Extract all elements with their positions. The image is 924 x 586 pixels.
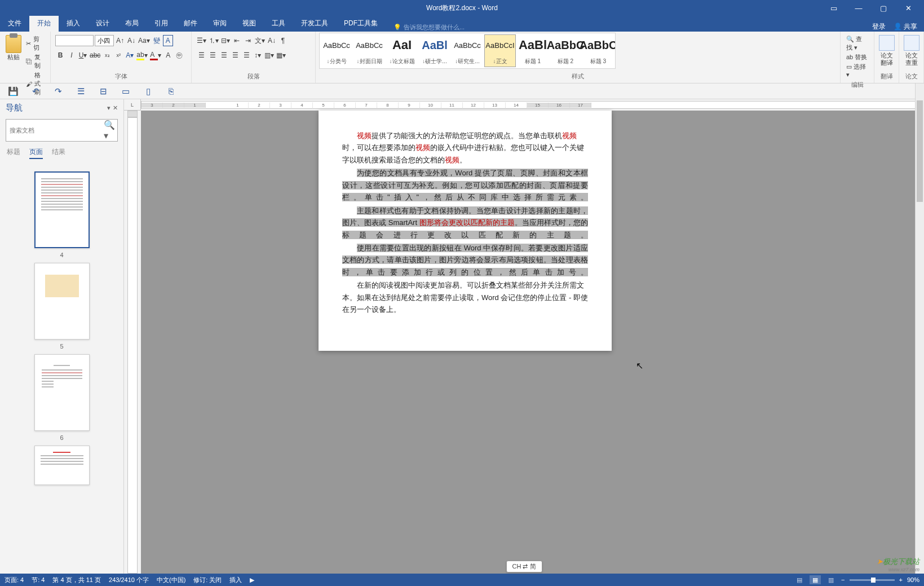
document-page[interactable]: 视频提供了功能强大的方法帮助您证明您的观点。当您单击联机视频时，可以在想要添加的… (319, 111, 612, 351)
bullets-button[interactable]: ☰▾ (196, 35, 207, 46)
align-center-button[interactable]: ☰ (207, 50, 218, 61)
style-item[interactable]: AaBl标题 1 (517, 34, 549, 67)
qat-btn-5[interactable]: ⊟ (98, 86, 108, 96)
zoom-out-button[interactable]: − (841, 576, 845, 583)
styles-gallery[interactable]: AaBbCc↓分类号AaBbCc↓封面日期AaI↓论文标题AaBl↓硕士学...… (319, 33, 616, 69)
translate-icon[interactable] (879, 35, 895, 51)
paragraph-3[interactable]: 主题和样式也有助于文档保持协调。当您单击设计并选择新的主题时，图片、图表或 Sm… (342, 205, 588, 241)
nav-tab-pages[interactable]: 页面 (29, 147, 43, 159)
indent-button[interactable]: ⇥ (243, 35, 253, 46)
web-layout-button[interactable]: ▥ (825, 575, 837, 584)
tell-me-search[interactable]: 💡 告诉我您想要做什么... (394, 23, 465, 32)
zoom-slider[interactable] (850, 579, 895, 581)
status-word-count[interactable]: 243/2410 个字 (109, 576, 149, 584)
qat-btn-8[interactable]: ⎘ (166, 86, 176, 96)
shading-button[interactable]: ▥▾ (264, 50, 275, 61)
superscript-button[interactable]: x² (113, 50, 123, 61)
tab-file[interactable]: 文件 (0, 15, 29, 32)
char-shading-button[interactable]: A (163, 50, 173, 61)
ruler-corner[interactable]: L (124, 99, 141, 111)
char-border-button[interactable]: A (163, 35, 173, 46)
select-button[interactable]: ▭ 选择 ▾ (846, 63, 868, 78)
tab-developer[interactable]: 开发工具 (293, 15, 336, 32)
close-button[interactable]: ✕ (897, 0, 919, 16)
status-page-of[interactable]: 第 4 页，共 11 页 (52, 576, 101, 584)
paragraph-4[interactable]: 使用在需要位置出现的新按钮在 Word 中保存时间。若要更改图片适应文档的方式，… (342, 242, 588, 278)
copy-button[interactable]: ⿻复制 (26, 53, 45, 70)
share-button[interactable]: 👤 共享 (894, 22, 917, 32)
find-button[interactable]: 🔍 查找 ▾ (846, 35, 868, 52)
nav-dropdown-button[interactable]: ▾ (107, 104, 110, 112)
style-item[interactable]: AaI↓论文标题 (386, 34, 418, 67)
text-effects-button[interactable]: A▾ (125, 50, 135, 61)
search-button[interactable]: 🔍▾ (104, 120, 117, 141)
cut-button[interactable]: ✂剪切 (26, 35, 45, 52)
nav-close-button[interactable]: ✕ (113, 104, 118, 112)
underline-button[interactable]: U▾ (78, 50, 88, 61)
style-item[interactable]: AaBl↓硕士学... (419, 34, 450, 67)
align-left-button[interactable]: ☰ (196, 50, 206, 61)
minimize-button[interactable]: ― (847, 0, 870, 16)
save-button[interactable]: 💾 (8, 86, 18, 96)
phonetic-guide-button[interactable]: 變 (152, 35, 162, 46)
italic-button[interactable]: I (67, 50, 77, 61)
horizontal-ruler[interactable]: 3211234567891011121314151617 (141, 99, 917, 111)
grow-font-button[interactable]: A↑ (115, 35, 125, 46)
font-size-select[interactable] (95, 35, 114, 46)
document-editor[interactable]: L 3211234567891011121314151617 视频提供了功能强大… (124, 99, 924, 574)
status-insert-mode[interactable]: 插入 (229, 576, 242, 584)
redo-button[interactable]: ↷ (53, 86, 63, 96)
ime-toggle[interactable]: CH ⇄ 简 (506, 561, 542, 572)
status-track-changes[interactable]: 修订: 关闭 (193, 576, 222, 584)
align-right-button[interactable]: ☰ (219, 50, 229, 61)
style-item[interactable]: AaBbC标题 2 (550, 34, 581, 67)
zoom-in-button[interactable]: + (899, 576, 903, 583)
status-section[interactable]: 节: 4 (32, 576, 45, 584)
tab-mailings[interactable]: 邮件 (176, 15, 205, 32)
replace-button[interactable]: ab 替换 (846, 53, 868, 61)
scrollbar-thumb[interactable] (917, 100, 923, 202)
tab-references[interactable]: 引用 (147, 15, 176, 32)
undo-button[interactable]: ↶ (30, 86, 41, 96)
tab-insert[interactable]: 插入 (59, 15, 88, 32)
shrink-font-button[interactable]: A↓ (126, 35, 136, 46)
tab-layout[interactable]: 布局 (117, 15, 147, 32)
read-mode-button[interactable]: ▤ (794, 575, 805, 584)
paragraph-2[interactable]: 为使您的文档具有专业外观，Word 提供了页眉、页脚、封面和文本框设计，这些设计… (342, 167, 588, 203)
highlight-button[interactable]: ab▾ (136, 50, 148, 61)
font-family-select[interactable] (55, 35, 94, 46)
show-marks-button[interactable]: ¶ (278, 35, 288, 46)
paste-button[interactable]: 粘贴 (3, 33, 24, 64)
style-item[interactable]: AaBbCcI↓正文 (484, 34, 516, 67)
paragraph-1[interactable]: 视频提供了功能强大的方法帮助您证明您的观点。当您单击联机视频时，可以在想要添加的… (342, 130, 588, 166)
tab-home[interactable]: 开始 (29, 15, 59, 32)
thumbnail-list[interactable]: 4 5 6 (0, 162, 123, 574)
numbering-button[interactable]: ⒈▾ (208, 35, 219, 46)
bold-button[interactable]: B (55, 50, 65, 61)
style-item[interactable]: AaBbC标题 3 (582, 34, 614, 67)
tab-pdf[interactable]: PDF工具集 (336, 15, 386, 32)
maximize-button[interactable]: ▢ (872, 0, 895, 16)
thumbnail-page-4[interactable] (34, 171, 90, 248)
style-item[interactable]: AaBbCc↓研究生... (452, 34, 483, 67)
font-color-button[interactable]: A▾ (149, 50, 162, 61)
status-macro[interactable]: ▶ (250, 576, 254, 584)
align-justify-button[interactable]: ☰ (230, 50, 240, 61)
qat-btn-4[interactable]: ☰ (76, 86, 86, 96)
tab-review[interactable]: 审阅 (205, 15, 235, 32)
status-page[interactable]: 页面: 4 (5, 576, 24, 584)
login-button[interactable]: 登录 (872, 22, 886, 32)
sort-button[interactable]: A↓ (267, 35, 277, 46)
change-case-button[interactable]: Aa▾ (138, 35, 151, 46)
tab-design[interactable]: 设计 (88, 15, 117, 32)
style-item[interactable]: AaBbCc↓封面日期 (353, 34, 385, 67)
thumbnail-page-7[interactable] (34, 446, 90, 485)
search-input[interactable] (6, 120, 104, 141)
tab-tools[interactable]: 工具 (264, 15, 293, 32)
print-layout-button[interactable]: ▦ (810, 575, 821, 584)
qat-btn-6[interactable]: ▭ (121, 86, 131, 96)
style-item[interactable]: AaBbCc↓分类号 (321, 34, 352, 67)
zoom-level[interactable]: 90% (907, 576, 919, 583)
tab-view[interactable]: 视图 (235, 15, 264, 32)
outdent-button[interactable]: ⇤ (232, 35, 242, 46)
